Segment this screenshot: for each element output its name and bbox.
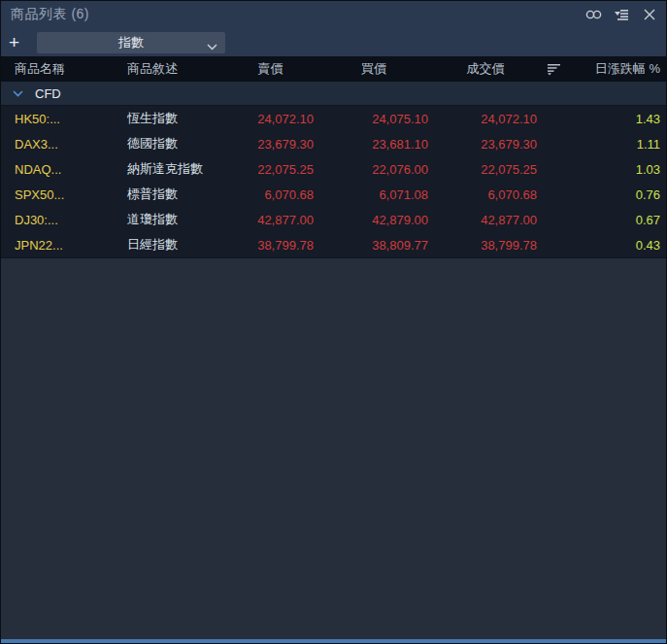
- product-list-window: 商品列表 (6): [0, 0, 667, 644]
- group-chevron-down-icon: [13, 90, 23, 97]
- titlebar-icons: [584, 7, 658, 22]
- titlebar: 商品列表 (6): [1, 1, 666, 28]
- buy-price-cell: 24,075.10: [317, 112, 431, 126]
- change-pct-cell: 0.43: [569, 238, 666, 253]
- description-cell: 日經指數: [127, 236, 224, 254]
- group-row-cfd[interactable]: CFD: [1, 82, 666, 106]
- dock-panel-icon[interactable]: [613, 7, 630, 22]
- last-price-cell: 42,877.00: [431, 213, 540, 227]
- table-row[interactable]: HK50:... 恆生指數 24,072.10 24,075.10 24,072…: [1, 106, 666, 131]
- last-price-cell: 23,679.30: [431, 137, 540, 152]
- window-title: 商品列表 (6): [11, 6, 89, 23]
- description-cell: 恆生指數: [127, 110, 224, 127]
- symbol-cell: SPX50...: [1, 187, 127, 202]
- sell-price-cell: 42,877.00: [224, 213, 317, 227]
- last-price-cell: 6,070.68: [431, 187, 540, 202]
- buy-price-cell: 38,809.77: [317, 238, 431, 253]
- table-row[interactable]: SPX50... 標普指數 6,070.68 6,071.08 6,070.68…: [1, 182, 666, 207]
- buy-price-cell: 23,681.10: [317, 137, 431, 152]
- category-dropdown[interactable]: 指數: [37, 32, 225, 53]
- symbol-cell: JPN22...: [1, 238, 127, 253]
- description-cell: 標普指數: [127, 186, 224, 203]
- header-name[interactable]: 商品名稱: [1, 60, 127, 78]
- table-row[interactable]: DAX3... 德國指數 23,679.30 23,681.10 23,679.…: [1, 131, 666, 156]
- window-bottom-edge: [1, 639, 666, 643]
- header-change-pct[interactable]: 日漲跌幅 %: [569, 60, 666, 78]
- buy-price-cell: 22,076.00: [317, 162, 431, 177]
- change-pct-cell: 0.67: [569, 213, 666, 227]
- buy-price-cell: 6,071.08: [317, 187, 431, 202]
- change-pct-cell: 1.43: [569, 112, 666, 126]
- last-price-cell: 22,075.25: [431, 162, 540, 177]
- group-label: CFD: [35, 86, 61, 101]
- table-row[interactable]: JPN22... 日經指數 38,799.78 38,809.77 38,799…: [1, 232, 666, 257]
- description-cell: 道瓊指數: [127, 211, 224, 228]
- header-buy[interactable]: 買價: [317, 60, 431, 78]
- change-pct-cell: 1.11: [569, 137, 666, 152]
- sell-price-cell: 22,075.25: [224, 162, 317, 177]
- table-row[interactable]: DJ30:... 道瓊指數 42,877.00 42,879.00 42,877…: [1, 207, 666, 232]
- sell-price-cell: 24,072.10: [224, 112, 317, 126]
- buy-price-cell: 42,879.00: [317, 213, 431, 227]
- link-icon[interactable]: [584, 7, 602, 22]
- close-icon[interactable]: [641, 7, 658, 22]
- last-price-cell: 24,072.10: [431, 112, 540, 126]
- chevron-down-icon: [207, 39, 217, 53]
- change-pct-cell: 0.76: [569, 187, 666, 202]
- instrument-rows: HK50:... 恆生指數 24,072.10 24,075.10 24,072…: [1, 106, 666, 257]
- symbol-cell: DAX3...: [1, 137, 127, 152]
- symbol-cell: HK50:...: [1, 112, 127, 126]
- add-symbol-button[interactable]: +: [9, 32, 30, 53]
- description-cell: 納斯達克指數: [127, 160, 224, 178]
- empty-list-area: [1, 257, 666, 639]
- description-cell: 德國指數: [127, 135, 224, 153]
- symbol-cell: NDAQ...: [1, 162, 127, 177]
- sort-descending-icon[interactable]: [540, 63, 569, 76]
- table-row[interactable]: NDAQ... 納斯達克指數 22,075.25 22,076.00 22,07…: [1, 156, 666, 182]
- header-last[interactable]: 成交價: [431, 60, 540, 78]
- sell-price-cell: 6,070.68: [224, 187, 317, 202]
- sell-price-cell: 23,679.30: [224, 137, 317, 152]
- category-dropdown-value: 指數: [118, 34, 144, 51]
- header-sell[interactable]: 賣價: [224, 60, 317, 78]
- header-description[interactable]: 商品敘述: [127, 60, 224, 78]
- table-header: 商品名稱 商品敘述 賣價 買價 成交價 日漲跌幅 %: [1, 56, 666, 82]
- symbol-cell: DJ30:...: [1, 213, 127, 227]
- toolbar: + 指數: [1, 28, 666, 56]
- last-price-cell: 38,799.78: [431, 238, 540, 253]
- sell-price-cell: 38,799.78: [224, 238, 317, 253]
- change-pct-cell: 1.03: [569, 162, 666, 177]
